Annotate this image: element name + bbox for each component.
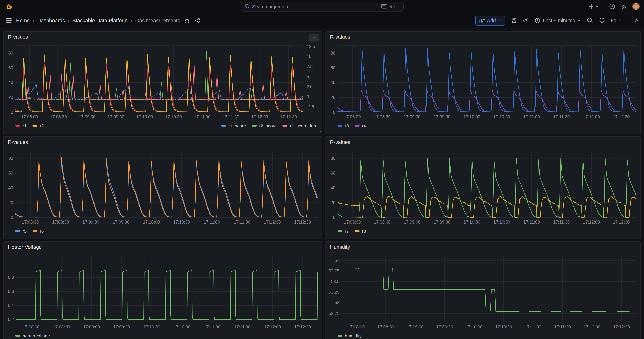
svg-text:17:11:30: 17:11:30 [553,220,570,224]
svg-text:17:09:30: 17:09:30 [434,114,450,119]
chart-r-values-2[interactable]: 02040608017:08:0017:08:3017:09:0017:09:3… [326,42,640,123]
svg-text:60: 60 [8,66,13,70]
svg-text:0.6: 0.6 [8,289,14,294]
panel-title[interactable]: R-values [8,139,28,145]
svg-text:20: 20 [8,200,13,205]
svg-text:17:09:30: 17:09:30 [113,324,130,329]
add-button[interactable]: Add [476,15,505,25]
new-menu-button[interactable] [588,2,600,10]
svg-text:20: 20 [8,95,13,100]
time-range-label: Last 5 minutes [543,18,575,23]
breadcrumb-separator: › [131,18,132,23]
breadcrumb-current-dashboard: Gas measurements [135,18,180,23]
svg-text:17:08:30: 17:08:30 [50,114,67,119]
legend-swatch [354,230,360,232]
svg-text:17:12:00: 17:12:00 [584,324,600,329]
svg-text:5: 5 [307,74,309,79]
svg-text:17:12:00: 17:12:00 [251,114,268,119]
user-avatar[interactable] [632,2,640,10]
svg-text:17:11:00: 17:11:00 [204,324,220,329]
save-dashboard-button[interactable] [511,17,517,24]
svg-text:80: 80 [8,50,13,56]
svg-text:17:10:30: 17:10:30 [173,220,190,224]
panel-title[interactable]: R-values [8,34,28,40]
breadcrumb-separator: › [68,18,70,23]
legend-label: r4 [362,123,366,128]
panel-title[interactable]: R-values [330,34,350,40]
mega-menu-button[interactable] [5,17,13,24]
chart-r-values-1[interactable]: 02040608012.5107.552.50-2.517:08:0017:08… [4,42,322,123]
legend-item[interactable]: r1_score [221,123,246,128]
legend-item[interactable]: r2_score [252,123,277,128]
legend-item[interactable]: r1 [15,123,26,128]
panel-title[interactable]: R-values [330,139,350,145]
legend-item[interactable]: r2 [32,123,44,128]
zoom-out-button[interactable] [587,17,593,24]
svg-text:0: 0 [11,110,13,114]
keyboard-icon [381,4,387,9]
svg-text:17:10:30: 17:10:30 [165,114,182,119]
breadcrumb-dashboards[interactable]: Dashboards [37,18,65,23]
svg-text:17:10:00: 17:10:00 [143,220,160,224]
search-input[interactable]: Search or jump to... ctrl+k [240,2,404,11]
breadcrumb-separator: › [32,18,34,23]
legend-item[interactable]: r7 [337,228,349,234]
panel-title[interactable]: Humidity [330,244,350,250]
legend-item[interactable]: humidity [337,334,362,338]
panel-title[interactable]: Heater Voltage [8,244,42,250]
svg-text:40: 40 [330,185,336,190]
dashboard-settings-button[interactable] [523,17,529,24]
svg-text:12.5: 12.5 [307,44,315,49]
news-button[interactable] [620,2,628,10]
breadcrumb-home[interactable]: Home [16,18,30,23]
question-circle-icon: ? [609,3,615,10]
legend-item[interactable]: r8 [354,228,366,234]
legend-label: r2 [40,123,44,128]
legend-label: r1_score [228,123,246,128]
svg-text:17:09:30: 17:09:30 [108,114,124,119]
legend-item[interactable]: r1_score_lttb [282,123,316,128]
svg-text:0: 0 [307,94,309,99]
refresh-button[interactable] [599,17,605,24]
chart-r-values-3[interactable]: 02040608017:08:0017:08:3017:09:0017:09:3… [4,147,322,228]
panel-humidity: Humidity 52.755353.2553.553.755417:08:00… [326,241,641,339]
chart-r-values-4[interactable]: 02040608017:08:0017:08:3017:09:0017:09:3… [326,147,640,228]
svg-text:0: 0 [11,215,13,220]
legend-item[interactable]: heatervoltage [15,334,50,338]
legend-label: r5 [22,228,26,234]
resize-grip[interactable] [318,130,321,133]
legend-item[interactable]: r5 [15,228,26,234]
legend-swatch [32,230,38,232]
panel-menu-button[interactable] [309,34,319,42]
shortcut-hint: ctrl+k [381,4,400,9]
svg-text:17:09:30: 17:09:30 [434,220,450,224]
svg-text:17:11:00: 17:11:00 [524,220,540,224]
svg-text:17:09:00: 17:09:00 [83,324,100,329]
svg-text:17:10:00: 17:10:00 [466,324,482,329]
divider [604,3,604,10]
svg-text:80: 80 [330,156,336,160]
breadcrumb-folder[interactable]: Stackable Data Platform [72,18,128,23]
svg-text:-2.5: -2.5 [307,104,314,109]
grafana-logo-icon[interactable] [5,2,13,10]
svg-text:0.8: 0.8 [8,275,14,280]
favorite-dashboard-button[interactable] [183,17,191,24]
share-dashboard-button[interactable] [194,17,202,24]
legend-item[interactable]: r4 [354,123,366,128]
legend-item[interactable]: r6 [32,228,44,234]
collapse-controls-button[interactable] [634,18,639,23]
help-button[interactable]: ? [608,2,616,10]
time-range-picker[interactable]: Last 5 minutes [535,18,581,23]
svg-text:20: 20 [330,95,336,100]
grafana-app: Search or jump to... ctrl+k [0,0,644,339]
refresh-interval-dropdown[interactable]: 5s [611,18,622,23]
legend-label: humidity [345,334,362,338]
share-icon [195,18,200,23]
chart-heater-voltage[interactable]: 0.20.40.60.817:08:0017:08:3017:09:0017:0… [4,252,322,333]
search-icon [244,4,250,9]
svg-text:40: 40 [8,80,13,85]
chart-humidity[interactable]: 52.755353.2553.553.755417:08:0017:08:301… [326,252,640,333]
legend-item[interactable]: r3 [337,123,349,128]
svg-text:60: 60 [8,170,13,175]
rss-icon [621,3,627,10]
